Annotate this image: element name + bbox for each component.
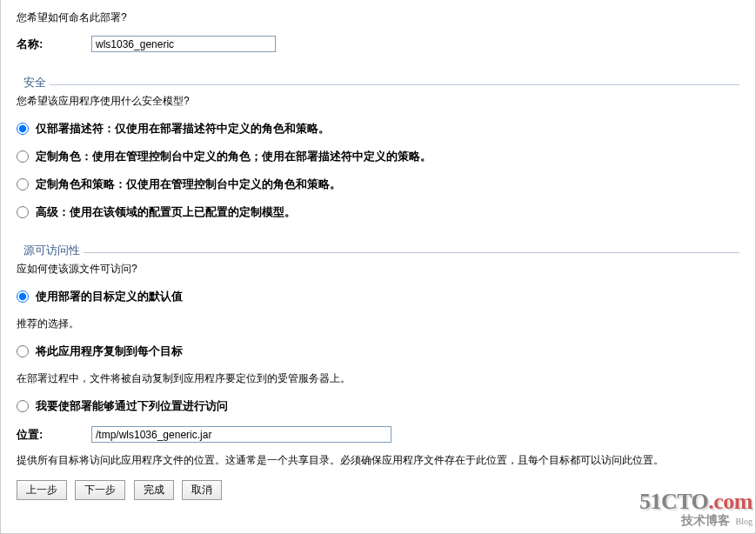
accessibility-radio-copy[interactable] — [17, 345, 29, 357]
accessibility-question: 应如何使该源文件可访问? — [17, 262, 739, 277]
accessibility-option-default[interactable]: 使用部署的目标定义的默认值 — [36, 289, 183, 304]
accessibility-option-copy[interactable]: 将此应用程序复制到每个目标 — [36, 344, 183, 359]
security-radio-advanced[interactable] — [17, 206, 29, 218]
name-label: 名称: — [17, 37, 91, 52]
accessibility-copy-desc: 在部署过程中，文件将被自动复制到应用程序要定位到的受管服务器上。 — [17, 371, 739, 386]
cancel-button[interactable]: 取消 — [182, 480, 222, 500]
security-option-custom-roles-policies[interactable]: 定制角色和策略：仅使用在管理控制台中定义的角色和策略。 — [36, 177, 341, 192]
accessibility-default-desc: 推荐的选择。 — [17, 317, 739, 331]
accessibility-option-location[interactable]: 我要使部署能够通过下列位置进行访问 — [36, 398, 228, 414]
button-bar: 上一步 下一步 完成 取消 — [17, 480, 739, 500]
security-question: 您希望该应用程序使用什么安全模型? — [17, 94, 739, 109]
security-radio-custom-roles-policies[interactable] — [17, 178, 29, 190]
next-button[interactable]: 下一步 — [75, 480, 125, 500]
back-button[interactable]: 上一步 — [17, 480, 67, 500]
accessibility-radio-default[interactable] — [17, 290, 29, 303]
naming-question: 您希望如何命名此部署? — [17, 10, 739, 25]
finish-button[interactable]: 完成 — [134, 480, 174, 500]
location-label: 位置: — [17, 427, 91, 443]
section-accessibility-title: 源可访问性 — [17, 244, 84, 257]
section-accessibility: 源可访问性 — [17, 236, 739, 253]
section-security: 安全 — [17, 68, 739, 85]
section-security-title: 安全 — [17, 76, 50, 89]
accessibility-radio-location[interactable] — [17, 400, 29, 412]
security-option-custom-roles[interactable]: 定制角色：使用在管理控制台中定义的角色；使用在部署描述符中定义的策略。 — [36, 149, 432, 164]
security-option-advanced[interactable]: 高级：使用在该领域的配置页上已配置的定制模型。 — [36, 204, 296, 220]
security-option-descriptors[interactable]: 仅部署描述符：仅使用在部署描述符中定义的角色和策略。 — [36, 121, 330, 137]
name-input[interactable] — [91, 36, 276, 52]
security-radio-descriptors[interactable] — [17, 123, 29, 135]
location-input[interactable] — [91, 426, 391, 443]
accessibility-location-desc: 提供所有目标将访问此应用程序文件的位置。这通常是一个共享目录。必须确保应用程序文… — [17, 453, 739, 468]
security-radio-custom-roles[interactable] — [17, 150, 29, 163]
